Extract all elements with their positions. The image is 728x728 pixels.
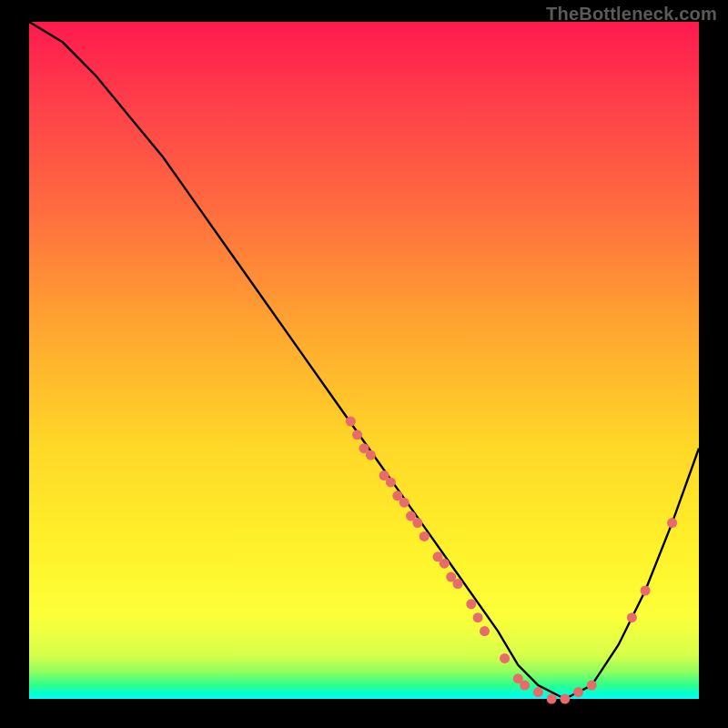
marker-dot — [453, 579, 463, 589]
marker-dot — [399, 498, 410, 508]
marker-dot — [412, 518, 422, 528]
marker-dot — [500, 653, 510, 663]
marker-dot — [473, 612, 483, 622]
plot-area — [29, 22, 699, 699]
marker-dot — [386, 477, 396, 487]
marker-dot — [466, 599, 476, 609]
watermark-label: TheBottleneck.com — [546, 4, 717, 25]
marker-dot — [480, 626, 490, 636]
marker-dot — [366, 450, 376, 460]
marker-dot — [560, 694, 570, 704]
marker-dot — [627, 612, 637, 622]
marker-dot — [547, 694, 557, 704]
marker-dot — [440, 559, 450, 569]
chart-frame: TheBottleneck.com — [0, 0, 728, 728]
marker-dot — [346, 417, 356, 427]
scatter-markers — [346, 417, 677, 704]
marker-dot — [352, 430, 362, 440]
marker-dot — [520, 681, 530, 691]
marker-dot — [420, 531, 430, 541]
curve-layer — [29, 22, 699, 699]
marker-dot — [641, 586, 651, 596]
marker-dot — [573, 687, 583, 697]
marker-dot — [667, 518, 677, 528]
bottleneck-curve — [29, 22, 699, 699]
marker-dot — [587, 681, 597, 691]
marker-dot — [533, 687, 543, 697]
